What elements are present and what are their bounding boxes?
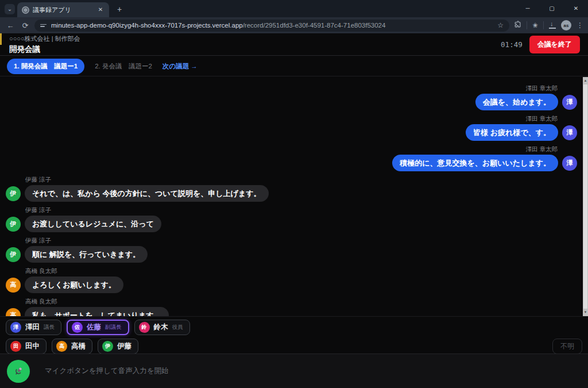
message-sender-name: 伊藤 涼子: [25, 206, 577, 214]
speaker-name: 鈴木: [154, 322, 168, 332]
downloads-icon[interactable]: [549, 22, 556, 29]
url-text: minutes-app-demo-q90izyg4h-sho4xxx-7017s…: [51, 22, 493, 29]
message-sender-name: 高橋 良太郎: [25, 298, 577, 305]
tab-search-button[interactable]: ⌄: [5, 4, 15, 14]
speaker-select-button[interactable]: 田 田中: [6, 339, 47, 354]
chat-message: 高橋 良太郎 高 よろしくお願いします。: [6, 267, 577, 293]
chat-message: 澤田 章太郎 澤 皆様 お疲れ様で、す。: [6, 115, 577, 141]
message-bubble[interactable]: お渡ししているレジュメに、沿って: [25, 216, 161, 232]
scrollbar-thumb[interactable]: [583, 84, 587, 309]
site-favicon-icon: [22, 6, 29, 14]
extensions-icon[interactable]: [514, 21, 521, 30]
speaker-row-2: 田 田中 高 高橋 伊 伊藤 不明: [6, 339, 582, 354]
end-meeting-button[interactable]: 会議を終了: [529, 36, 580, 53]
chat-message: 澤田 章太郎 澤 積極的に、意見交換を、お願いいたします。: [6, 145, 577, 171]
chat-message: 高橋 良太郎 高 私も、サポートを、してまいります。: [6, 298, 577, 316]
meeting-title: 開発会議: [9, 44, 80, 55]
speaker-avatar: 伊: [6, 186, 21, 201]
mic-hint-text: マイクボタンを押して音声入力を開始: [45, 366, 168, 376]
back-icon[interactable]: ←: [5, 21, 16, 30]
microphone-icon: [11, 364, 25, 378]
chat-transcript: 澤田 章太郎 澤 会議を、始めます。 澤田 章太郎 澤 皆様 お疲れ様で、す。 …: [0, 77, 583, 316]
speaker-avatar: 高: [6, 278, 21, 293]
chat-message: 伊藤 涼子 伊 お渡ししているレジュメに、沿って: [6, 206, 577, 232]
toolbar-right: ✬ as ⋮: [513, 20, 583, 30]
speaker-role: 役員: [172, 324, 183, 331]
window-minimize-button[interactable]: ─: [516, 0, 540, 16]
toolbar-divider: [543, 21, 544, 29]
refresh-icon[interactable]: ⟳: [20, 21, 31, 30]
message-sender-name: 伊藤 涼子: [25, 176, 577, 183]
meeting-timer: 01:49: [501, 40, 523, 49]
message-bubble[interactable]: それで、は、私から 今後の方針に、ついて説明を、申し上げます。: [25, 185, 269, 202]
star-sparkle-icon[interactable]: ✬: [532, 21, 538, 29]
tab-close-icon[interactable]: ✕: [96, 6, 105, 14]
speaker-avatar: 澤: [562, 95, 577, 110]
kebab-menu-icon[interactable]: ⋮: [577, 21, 583, 29]
chat-scrollbar[interactable]: ▲ ▼: [583, 77, 588, 316]
speaker-avatar: 澤: [562, 125, 577, 140]
topic-bar: 1. 開発会議 議題ー1 2. 発会議 議題ー2 次の議題 →: [0, 56, 588, 76]
message-bubble[interactable]: 会議を、始めます。: [475, 94, 558, 110]
browser-toolbar: ← ⟳ minutes-app-demo-q90izyg4h-sho4xxx-7…: [0, 17, 588, 33]
scrollbar-up-icon[interactable]: ▲: [583, 77, 588, 84]
speaker-select-button[interactable]: 澤 澤田 議長: [6, 320, 61, 335]
mic-button[interactable]: [7, 360, 30, 383]
next-topic-link[interactable]: 次の議題 →: [163, 62, 198, 71]
speaker-avatar: 澤: [562, 156, 577, 171]
speaker-name: 澤田: [25, 322, 40, 332]
speaker-select-button[interactable]: 佐 佐藤 副議長: [67, 320, 129, 335]
speaker-name: 田中: [25, 341, 40, 351]
bookmark-star-icon[interactable]: ☆: [497, 21, 504, 29]
speaker-panel: 澤 澤田 議長 佐 佐藤 副議長 鈴 鈴木 役員 田 田中 高 高橋 伊 伊藤 …: [0, 316, 588, 353]
chat-message: 伊藤 涼子 伊 それで、は、私から 今後の方針に、ついて説明を、申し上げます。: [6, 176, 577, 202]
tab-title: 議事録アプリ: [33, 6, 93, 14]
url-bar[interactable]: minutes-app-demo-q90izyg4h-sho4xxx-7017s…: [34, 20, 509, 32]
message-sender-name: 澤田 章太郎: [6, 115, 558, 122]
app-window: ⌄ 議事録アプリ ✕ + ─ ▢ ✕ ← ⟳ minutes-app-demo-…: [0, 0, 588, 388]
speaker-avatar: 鈴: [139, 322, 150, 333]
speaker-avatar: 高: [56, 341, 67, 352]
speaker-avatar: 伊: [102, 341, 113, 352]
chat-message: 伊藤 涼子 伊 順に 解説を、行っていきます。: [6, 237, 577, 263]
message-bubble[interactable]: 積極的に、意見交換を、お願いいたします。: [392, 155, 558, 171]
site-settings-icon[interactable]: [40, 24, 47, 27]
message-bubble[interactable]: 順に 解説を、行っていきます。: [25, 246, 148, 263]
message-bubble[interactable]: よろしくお願いします。: [25, 276, 123, 293]
speaker-row-1: 澤 澤田 議長 佐 佐藤 副議長 鈴 鈴木 役員: [6, 320, 582, 335]
speaker-name: 高橋: [71, 341, 86, 351]
scrollbar-down-icon[interactable]: ▼: [583, 309, 588, 316]
topic-tab-next[interactable]: 2. 発会議 議題ー2: [95, 62, 152, 71]
message-bubble[interactable]: 皆様 お疲れ様で、す。: [466, 124, 558, 141]
window-close-button[interactable]: ✕: [564, 0, 588, 16]
window-maximize-button[interactable]: ▢: [540, 0, 564, 16]
speaker-unknown-button[interactable]: 不明: [552, 339, 582, 354]
app-header: ○○○○株式会社 | 制作部会 開発会議 01:49 会議を終了: [0, 33, 588, 56]
toolbar-divider: [527, 21, 527, 29]
topic-tab-active[interactable]: 1. 開発会議 議題ー1: [7, 59, 84, 74]
speaker-select-button[interactable]: 鈴 鈴木 役員: [134, 320, 190, 335]
window-controls: ─ ▢ ✕: [516, 0, 588, 16]
message-sender-name: 高橋 良太郎: [25, 267, 577, 275]
browser-tab[interactable]: 議事録アプリ ✕: [17, 2, 109, 17]
speaker-name: 伊藤: [117, 341, 131, 351]
speaker-select-button[interactable]: 伊 伊藤: [98, 339, 138, 354]
speaker-avatar: 澤: [10, 322, 21, 333]
speaker-role: 副議長: [105, 324, 122, 331]
message-sender-name: 澤田 章太郎: [6, 84, 558, 92]
message-bubble[interactable]: 私も、サポートを、してまいります。: [25, 307, 169, 316]
speaker-name: 佐藤: [87, 322, 101, 332]
browser-tabstrip: ⌄ 議事録アプリ ✕ + ─ ▢ ✕: [0, 0, 588, 17]
speaker-avatar: 高: [6, 308, 21, 317]
speaker-avatar: 田: [10, 341, 21, 352]
chat-message: 澤田 章太郎 澤 会議を、始めます。: [6, 84, 577, 110]
speaker-select-button[interactable]: 高 高橋: [52, 339, 92, 354]
message-sender-name: 澤田 章太郎: [6, 145, 558, 153]
message-sender-name: 伊藤 涼子: [25, 237, 577, 244]
speaker-role: 議長: [44, 324, 55, 331]
speaker-avatar: 伊: [6, 217, 21, 232]
new-tab-button[interactable]: +: [114, 5, 125, 14]
profile-avatar[interactable]: as: [561, 20, 571, 30]
company-label: ○○○○株式会社 | 制作部会: [9, 34, 80, 43]
speaker-avatar: 伊: [6, 247, 21, 262]
